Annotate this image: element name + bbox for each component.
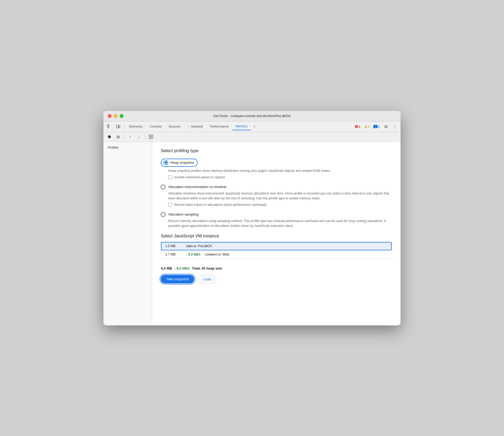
- minimize-button[interactable]: [114, 114, 117, 118]
- title-bar: DevTools - codepen.io/web-dot-dev/live/P…: [103, 111, 401, 121]
- vm-size-1: 2.7 MB: [165, 253, 182, 256]
- svg-rect-3: [116, 125, 119, 128]
- download-btn[interactable]: ↓: [135, 133, 143, 141]
- tab-console[interactable]: Console: [146, 123, 165, 130]
- upload-btn[interactable]: ↑: [126, 133, 134, 141]
- svg-text:✕: ✕: [355, 125, 357, 128]
- toolbar: ⏺ ⊘ ↑ ↓: [103, 132, 401, 142]
- main-layout: Profiles Select profiling type Heap snap…: [103, 142, 401, 325]
- vm-name-1: codepen.io: Main: [205, 253, 229, 256]
- tab-right-icons: ✕ 2 ! 6 i 1 ⚙ ⋮: [354, 123, 398, 130]
- inspect-icon-btn[interactable]: [106, 123, 113, 130]
- footer-total-size: 4.2 MB: [161, 266, 172, 270]
- record-stack-checkbox[interactable]: [168, 203, 172, 207]
- window-title: DevTools - codepen.io/web-dot-dev/live/P…: [213, 114, 291, 118]
- allocation-sampling-radio[interactable]: [161, 212, 166, 217]
- vm-size-0: 1.5 MB: [165, 244, 182, 248]
- tab-bar: Elements Console Sources ⚠ Network Perfo…: [103, 121, 401, 132]
- allocation-sampling-text: Allocation sampling: [168, 212, 199, 216]
- svg-text:i: i: [375, 125, 376, 128]
- take-snapshot-button[interactable]: Take snapshot: [161, 275, 194, 283]
- allocation-sampling-desc: Record memory allocations using sampling…: [168, 219, 392, 228]
- vm-instance-table: 1.5 MB cdpn.io: PoLdbOX 2.7 MB ↓9.2 kB/s…: [161, 242, 392, 259]
- sidebar-profiles-label: Profiles: [103, 144, 152, 151]
- allocation-instrumentation-radio[interactable]: [161, 185, 166, 189]
- footer-total-label: Total JS heap size: [192, 266, 222, 270]
- tab-elements[interactable]: Elements: [126, 123, 146, 130]
- heap-snapshot-radio[interactable]: [163, 160, 168, 165]
- sidebar: Profiles: [103, 142, 152, 325]
- vm-name-0: cdpn.io: PoLdbOX: [186, 244, 212, 248]
- vm-section-title: Select JavaScript VM instance: [161, 234, 392, 239]
- allocation-instrumentation-desc: Allocation timelines show instrumented J…: [168, 191, 392, 201]
- network-warning-icon: ⚠: [187, 125, 190, 128]
- allocation-instrumentation-option: Allocation instrumentation on timeline A…: [161, 185, 392, 207]
- svg-rect-4: [119, 126, 120, 128]
- heap-snapshot-text: Heap snapshot: [170, 161, 194, 165]
- clear-btn[interactable]: ⊘: [114, 133, 122, 141]
- vm-rate-1: ↓9.2 kB/s: [186, 253, 200, 256]
- footer-total-rate: ↓9.2 kB/s: [174, 266, 190, 270]
- error-yellow-badge[interactable]: ! 6: [363, 124, 371, 129]
- heap-snapshot-label[interactable]: Heap snapshot: [161, 159, 392, 167]
- footer-rate-arrow: ↓: [174, 266, 176, 270]
- heap-snapshot-checkbox-row: Include numerical values in capture: [168, 175, 392, 179]
- svg-text:!: !: [365, 125, 366, 128]
- maximize-button[interactable]: [120, 114, 123, 118]
- more-tabs-chevron[interactable]: »: [251, 124, 257, 130]
- tab-memory[interactable]: Memory: [233, 123, 251, 130]
- download-arrow-icon: ↓: [186, 253, 187, 256]
- allocation-instrumentation-text: Allocation instrumentation on timeline: [168, 185, 226, 189]
- radio-inner-dot: [165, 161, 167, 164]
- action-buttons: Take snapshot Load: [161, 275, 392, 284]
- tab-network[interactable]: ⚠ Network: [184, 123, 206, 130]
- tab-sources[interactable]: Sources: [165, 123, 184, 130]
- error-red-badge[interactable]: ✕ 2: [354, 124, 362, 129]
- heap-snapshot-option: Heap snapshot Heap snapshot profiles sho…: [161, 159, 392, 179]
- close-button[interactable]: [108, 114, 112, 118]
- toolbar-divider-2: [145, 134, 145, 139]
- record-btn[interactable]: ⏺: [106, 133, 113, 141]
- include-numerical-checkbox[interactable]: [168, 175, 172, 179]
- devtools-window: DevTools - codepen.io/web-dot-dev/live/P…: [103, 111, 401, 325]
- allocation-sampling-option: Allocation sampling Record memory alloca…: [161, 212, 392, 228]
- load-button[interactable]: Load: [197, 275, 217, 284]
- heap-snapshot-desc: Heap snapshot profiles show memory distr…: [168, 168, 392, 173]
- footer-bar: 4.2 MB ↓9.2 kB/s Total JS heap size: [161, 263, 392, 275]
- vm-instance-row-0[interactable]: 1.5 MB cdpn.io: PoLdbOX: [161, 242, 392, 250]
- more-options-btn[interactable]: ⋮: [391, 123, 398, 130]
- traffic-lights: [108, 114, 123, 118]
- vm-instance-row-1[interactable]: 2.7 MB ↓9.2 kB/s codepen.io: Main: [161, 250, 392, 258]
- filter-btn[interactable]: [147, 133, 155, 141]
- allocation-instrumentation-label[interactable]: Allocation instrumentation on timeline: [161, 185, 392, 189]
- tab-performance[interactable]: Performance: [207, 123, 232, 130]
- allocation-sampling-label[interactable]: Allocation sampling: [161, 212, 392, 217]
- svg-rect-0: [107, 125, 109, 126]
- error-blue-badge[interactable]: i 1: [372, 124, 381, 129]
- tab-icon-group: [106, 123, 124, 130]
- include-numerical-label: Include numerical values in capture: [174, 175, 225, 179]
- record-stack-label: Record stack traces of allocations (extr…: [174, 203, 267, 207]
- heap-snapshot-highlight: Heap snapshot: [161, 159, 198, 167]
- profiling-type-title: Select profiling type: [161, 148, 392, 153]
- toolbar-divider: [124, 134, 124, 139]
- content-panel: Select profiling type Heap snapshot Heap…: [152, 142, 401, 325]
- allocation-checkbox-row: Record stack traces of allocations (extr…: [168, 203, 392, 207]
- footer-total: 4.2 MB ↓9.2 kB/s Total JS heap size: [161, 266, 222, 270]
- settings-gear-btn[interactable]: ⚙: [382, 123, 390, 130]
- device-mode-btn[interactable]: [114, 123, 122, 130]
